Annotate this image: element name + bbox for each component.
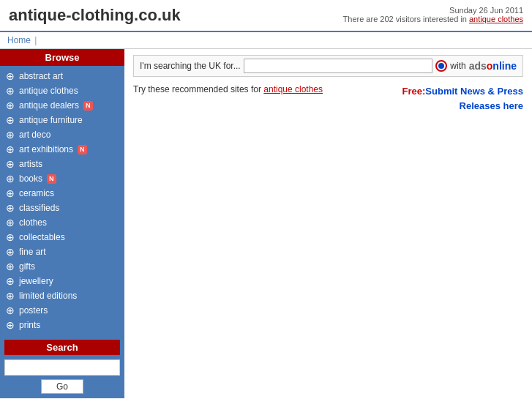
header-info: Sunday 26 Jun 2011 There are 202 visitor… [343,6,523,23]
bullet-icon: ⊕ [6,129,16,141]
sidebar-link[interactable]: jewellery [19,276,53,286]
list-item: ⊕artists [0,157,124,171]
bullet-icon: ⊕ [6,231,16,243]
visitor-link[interactable]: antique clothes [469,15,523,23]
sidebar-go-button[interactable]: Go [41,379,83,394]
list-item: ⊕posters [0,303,124,318]
new-badge: N [83,101,93,111]
list-item: ⊕prints [0,318,124,332]
list-item: ⊕jewellery [0,274,124,288]
press-release: Free:Submit News & Press Releases here [402,84,523,113]
date-text: Sunday 26 Jun 2011 [343,6,523,15]
sidebar-link[interactable]: art exhibitions [19,144,73,154]
bullet-icon: ⊕ [6,246,16,258]
new-badge: N [78,145,87,154]
sidebar-link[interactable]: limited editions [19,291,77,301]
list-item: ⊕antique dealersN [0,98,124,113]
bullet-icon: ⊕ [6,173,16,184]
sidebar-link[interactable]: ceramics [19,188,54,198]
bullet-icon: ⊕ [6,187,16,199]
nav-bar: Home | [0,32,532,49]
list-item: ⊕antique clothes [0,83,124,98]
search-input[interactable] [244,59,433,73]
bullet-icon: ⊕ [6,85,16,97]
bullet-icon: ⊕ [6,261,16,272]
search-with: with adsonline [435,60,517,72]
bullet-icon: ⊕ [6,70,16,82]
sidebar-title: Browse [0,49,124,66]
sidebar-link[interactable]: prints [19,320,40,330]
recommended-link[interactable]: antique clothes [263,84,323,94]
search-bar: I'm searching the UK for... with adsonli… [133,55,523,77]
bullet-icon: ⊕ [6,202,16,214]
sidebar-search-section: Search Go [0,335,124,398]
list-item: ⊕antique furniture [0,113,124,127]
sidebar-list: ⊕abstract art⊕antique clothes⊕antique de… [0,66,124,335]
list-item: ⊕art exhibitionsN [0,142,124,157]
list-item: ⊕ceramics [0,186,124,201]
sidebar-link[interactable]: antique furniture [19,115,83,125]
bullet-icon: ⊕ [6,319,16,331]
sidebar-link[interactable]: gifts [19,261,35,272]
bullet-icon: ⊕ [6,305,16,316]
with-label: with [450,61,465,71]
visitor-text: There are 202 visitors interested in ant… [343,15,523,23]
list-item: ⊕fine art [0,245,124,259]
list-item: ⊕gifts [0,259,124,274]
sidebar-link[interactable]: antique clothes [19,86,78,96]
list-item: ⊕limited editions [0,288,124,303]
nav-home[interactable]: Home [7,35,31,45]
sidebar-link[interactable]: books [19,174,42,184]
radio-icon[interactable] [435,60,447,72]
ads-text: ads [469,60,487,72]
bullet-icon: ⊕ [6,114,16,126]
nav-separator: | [34,35,37,45]
list-item: ⊕clothes [0,215,124,230]
bullet-icon: ⊕ [6,217,16,228]
sidebar-link[interactable]: classifieds [19,203,59,213]
list-item: ⊕classifieds [0,201,124,215]
bullet-icon: ⊕ [6,143,16,155]
new-badge: N [47,174,56,184]
recommended-text: Try these recommended sites for antique … [133,84,323,94]
sidebar-link[interactable]: artists [19,159,42,169]
list-item: ⊕collectables [0,230,124,245]
bullet-icon: ⊕ [6,290,16,302]
site-title: antique-clothing.co.uk [9,6,181,25]
sidebar-link[interactable]: antique dealers [19,100,79,111]
sidebar-search-title: Search [4,340,120,355]
search-label: I'm searching the UK for... [140,61,241,71]
list-item: ⊕art deco [0,127,124,142]
ads-nline: nline [492,60,517,72]
content-area: I'm searching the UK for... with adsonli… [124,49,532,398]
sidebar-link[interactable]: posters [19,305,48,316]
sidebar-link[interactable]: art deco [19,130,50,140]
bullet-icon: ⊕ [6,158,16,170]
sidebar-link[interactable]: clothes [19,217,47,228]
ads-online-label: adsonline [469,60,517,72]
sidebar-search-input[interactable] [4,359,120,376]
list-item: ⊕booksN [0,171,124,186]
bullet-icon: ⊕ [6,275,16,287]
bullet-icon: ⊕ [6,100,16,111]
list-item: ⊕abstract art [0,69,124,83]
sidebar: Browse ⊕abstract art⊕antique clothes⊕ant… [0,49,124,398]
sidebar-link[interactable]: fine art [19,247,46,257]
sidebar-link[interactable]: abstract art [19,71,63,81]
sidebar-link[interactable]: collectables [19,232,65,242]
